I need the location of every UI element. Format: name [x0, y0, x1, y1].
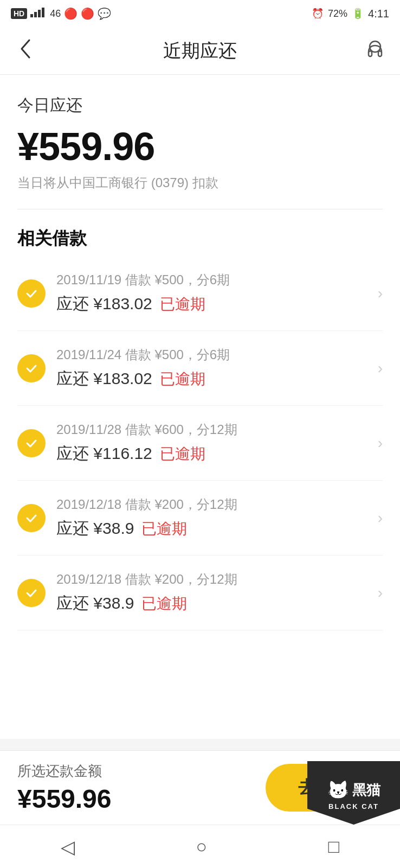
- loan-info: 2019/12/18 借款 ¥200，分12期 应还 ¥38.9 已逾期: [56, 496, 372, 540]
- app-icon-1: 🔴: [64, 7, 78, 20]
- loan-item[interactable]: 2019/11/24 借款 ¥500，分6期 应还 ¥183.02 已逾期 ›: [17, 331, 383, 406]
- loan-item[interactable]: 2019/12/18 借款 ¥200，分12期 应还 ¥38.9 已逾期 ›: [17, 481, 383, 556]
- signal-strength: [30, 8, 47, 20]
- loan-arrow-icon: ›: [378, 435, 383, 452]
- loan-check-icon: [17, 354, 46, 382]
- svg-rect-0: [30, 14, 33, 17]
- loan-item[interactable]: 2019/11/28 借款 ¥600，分12期 应还 ¥116.12 已逾期 ›: [17, 406, 383, 481]
- loan-arrow-icon: ›: [378, 285, 383, 302]
- loan-arrow-icon: ›: [378, 584, 383, 602]
- loan-item[interactable]: 2019/12/18 借款 ¥200，分12期 应还 ¥38.9 已逾期 ›: [17, 556, 383, 630]
- phone-nav: ◁ ○ □: [0, 825, 400, 868]
- loan-due: 应还 ¥38.9 已逾期: [56, 518, 372, 540]
- loan-info: 2019/11/28 借款 ¥600，分12期 应还 ¥116.12 已逾期: [56, 421, 372, 465]
- overdue-badge: 已逾期: [160, 294, 205, 315]
- loan-info: 2019/11/19 借款 ¥500，分6期 应还 ¥183.02 已逾期: [56, 271, 372, 315]
- status-right: ⏰ 72% 🔋 4:11: [312, 8, 389, 20]
- app-icon-2: 🔴: [81, 7, 94, 20]
- loan-due: 应还 ¥38.9 已逾期: [56, 592, 372, 615]
- bottom-left: 所选还款金额 ¥559.96: [17, 762, 112, 814]
- loan-due: 应还 ¥116.12 已逾期: [56, 443, 372, 465]
- loan-meta: 2019/11/28 借款 ¥600，分12期: [56, 421, 372, 438]
- loan-list: 2019/11/19 借款 ¥500，分6期 应还 ¥183.02 已逾期 › …: [17, 256, 383, 630]
- loan-due-amount: 应还 ¥38.9: [56, 518, 134, 540]
- status-left: HD 46 🔴 🔴 💬: [11, 7, 111, 20]
- loans-title: 相关借款: [17, 227, 383, 251]
- loan-info: 2019/12/18 借款 ¥200，分12期 应还 ¥38.9 已逾期: [56, 571, 372, 615]
- loan-meta: 2019/11/19 借款 ¥500，分6期: [56, 271, 372, 289]
- status-bar: HD 46 🔴 🔴 💬 ⏰ 72% 🔋 4:11: [0, 0, 400, 27]
- loan-meta: 2019/12/18 借款 ¥200，分12期: [56, 571, 372, 588]
- loan-info: 2019/11/24 借款 ¥500，分6期 应还 ¥183.02 已逾期: [56, 346, 372, 390]
- today-label: 今日应还: [17, 94, 383, 117]
- nav-bar: 近期应还: [0, 27, 400, 75]
- loan-check-icon: [17, 504, 46, 532]
- loan-check-icon: [17, 429, 46, 457]
- back-button[interactable]: [13, 38, 37, 64]
- svg-rect-2: [38, 10, 41, 17]
- main-content: 今日应还 ¥559.96 当日将从中国工商银行 (0379) 扣款 相关借款 2…: [0, 75, 400, 739]
- black-cat-shield: 🐱 黑猫 BLACK CAT: [307, 761, 400, 825]
- loans-section: 相关借款 2019/11/19 借款 ¥500，分6期 应还 ¥183.02 已…: [17, 209, 383, 630]
- cat-face-icon: 🐱: [327, 780, 349, 800]
- overdue-badge: 已逾期: [141, 519, 187, 539]
- loan-meta: 2019/12/18 借款 ¥200，分12期: [56, 496, 372, 513]
- phone-home-button[interactable]: ○: [179, 831, 223, 863]
- loan-due-amount: 应还 ¥116.12: [56, 443, 152, 465]
- loan-item[interactable]: 2019/11/19 借款 ¥500，分6期 应还 ¥183.02 已逾期 ›: [17, 256, 383, 331]
- network-type: 46: [50, 8, 61, 20]
- hd-badge: HD: [11, 8, 27, 19]
- loan-check-icon: [17, 279, 46, 308]
- loan-due-amount: 应还 ¥38.9: [56, 592, 134, 615]
- svg-rect-1: [34, 12, 37, 17]
- phone-back-button[interactable]: ◁: [44, 831, 91, 863]
- loan-check-icon: [17, 579, 46, 607]
- overdue-badge: 已逾期: [160, 444, 205, 464]
- today-sub-text: 当日将从中国工商银行 (0379) 扣款: [17, 174, 383, 192]
- overdue-badge: 已逾期: [160, 369, 205, 390]
- alarm-icon: ⏰: [312, 8, 324, 20]
- time-display: 4:11: [368, 8, 389, 20]
- svg-rect-3: [42, 8, 44, 17]
- today-section: 今日应还 ¥559.96 当日将从中国工商银行 (0379) 扣款: [17, 94, 383, 209]
- phone-recent-button[interactable]: □: [312, 831, 356, 863]
- selected-label: 所选还款金额: [17, 762, 112, 781]
- battery-icon: 🔋: [352, 8, 364, 20]
- loan-due-amount: 应还 ¥183.02: [56, 293, 152, 315]
- headset-button[interactable]: [363, 38, 387, 63]
- battery-percentage: 72%: [328, 8, 347, 20]
- loan-arrow-icon: ›: [378, 360, 383, 377]
- chinese-brand-text: 黑猫: [352, 781, 380, 800]
- english-brand-text: BLACK CAT: [328, 802, 379, 810]
- loan-due: 应还 ¥183.02 已逾期: [56, 293, 372, 315]
- loan-meta: 2019/11/24 借款 ¥500，分6期: [56, 346, 372, 363]
- black-cat-watermark: 🐱 黑猫 BLACK CAT: [307, 761, 400, 825]
- today-amount: ¥559.96: [17, 124, 383, 169]
- loan-due-amount: 应还 ¥183.02: [56, 368, 152, 390]
- total-amount: ¥559.96: [17, 784, 112, 814]
- overdue-badge: 已逾期: [141, 593, 187, 614]
- app-icon-3: 💬: [98, 7, 111, 20]
- loan-due: 应还 ¥183.02 已逾期: [56, 368, 372, 390]
- page-title: 近期应还: [163, 39, 237, 63]
- loan-arrow-icon: ›: [378, 509, 383, 527]
